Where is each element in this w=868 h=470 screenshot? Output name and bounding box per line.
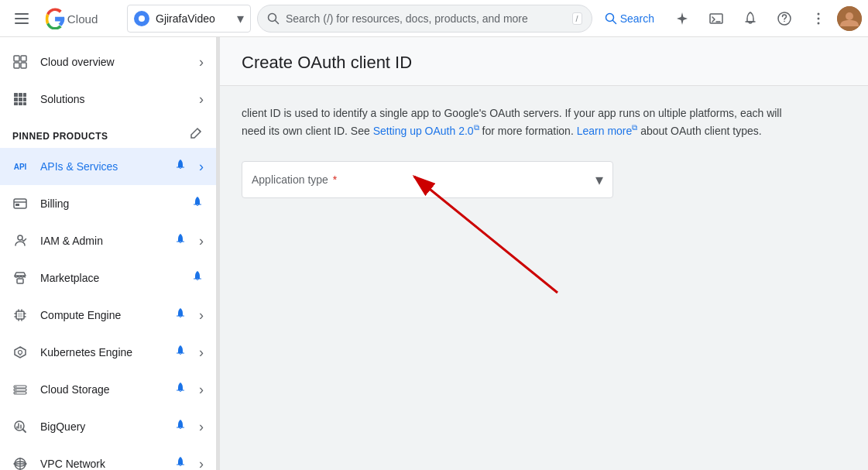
pinned-edit-icon[interactable] — [190, 127, 204, 145]
solutions-icon — [12, 91, 28, 107]
pinned-products-header: Pinned products — [0, 118, 216, 148]
pinned-products-title: Pinned products — [12, 131, 108, 142]
svg-rect-18 — [14, 56, 19, 61]
cloud-overview-icon — [12, 54, 28, 70]
bell-filled-icon — [174, 159, 187, 171]
svg-rect-21 — [21, 63, 26, 68]
svg-rect-22 — [14, 93, 18, 97]
application-type-label: Application type * — [252, 173, 595, 186]
billing-icon — [12, 196, 28, 211]
svg-rect-24 — [23, 93, 26, 97]
search-bar[interactable]: Search (/) for resources, docs, products… — [257, 5, 592, 33]
svg-rect-29 — [19, 102, 22, 105]
sidebar: Cloud overview › Solutions › — [0, 37, 217, 470]
terminal-button[interactable] — [701, 3, 732, 34]
content-body: client ID is used to identify a single a… — [217, 86, 868, 217]
solutions-chevron: › — [199, 91, 204, 108]
svg-point-12 — [784, 20, 785, 22]
dropdown-arrow-icon: ▾ — [595, 170, 603, 189]
svg-rect-19 — [21, 56, 26, 61]
project-color-dot — [134, 11, 149, 26]
sidebar-item-apis-services[interactable]: API APIs & Services › — [0, 148, 216, 185]
svg-rect-20 — [14, 63, 19, 68]
learn-more-link[interactable]: Learn more⧉ — [577, 125, 638, 137]
more-icon — [811, 11, 826, 26]
svg-rect-27 — [23, 98, 26, 101]
sidebar-item-billing[interactable]: Billing — [0, 185, 216, 222]
external-link-icon: ⧉ — [474, 123, 479, 132]
terminal-icon — [708, 11, 724, 26]
svg-text:Cloud: Cloud — [67, 12, 98, 25]
svg-rect-25 — [14, 98, 18, 101]
compute-engine-bell — [174, 307, 187, 323]
sidebar-item-iam-admin[interactable]: IAM & Admin › — [0, 222, 216, 259]
vpc-network-bell — [174, 456, 187, 470]
svg-point-17 — [846, 12, 853, 20]
sidebar-item-cloud-storage[interactable]: Cloud Storage › — [0, 371, 216, 408]
help-button[interactable] — [769, 3, 800, 34]
svg-point-36 — [18, 235, 22, 240]
bigquery-chevron: › — [199, 419, 204, 435]
search-shortcut: / — [572, 12, 582, 25]
svg-rect-41 — [18, 313, 22, 317]
spark-button[interactable] — [667, 3, 698, 34]
form-section: Application type * ▾ — [242, 161, 843, 198]
cloud-storage-icon — [12, 382, 28, 397]
bigquery-label: BigQuery — [40, 420, 162, 433]
sidebar-item-vpc-network[interactable]: VPC Network › — [0, 445, 216, 470]
svg-rect-38 — [17, 279, 23, 283]
apis-services-bell — [174, 159, 187, 174]
project-name: GjirafaVideo — [156, 12, 231, 25]
svg-rect-1 — [15, 18, 29, 19]
description-text-part2: for more formation. — [479, 125, 577, 137]
search-button-label: Search — [620, 12, 654, 25]
sidebar-item-marketplace[interactable]: Marketplace — [0, 259, 216, 297]
svg-point-14 — [818, 17, 820, 19]
marketplace-label: Marketplace — [40, 272, 179, 284]
menu-button[interactable] — [6, 3, 37, 34]
svg-point-58 — [15, 386, 17, 388]
notifications-button[interactable] — [735, 3, 766, 34]
sidebar-item-compute-engine[interactable]: Compute Engine › — [0, 297, 216, 334]
svg-point-51 — [19, 351, 22, 355]
svg-rect-34 — [15, 204, 19, 206]
cloud-storage-chevron: › — [199, 382, 204, 398]
svg-rect-2 — [15, 22, 29, 24]
compute-engine-chevron: › — [199, 307, 204, 324]
iam-bell — [174, 233, 187, 249]
svg-point-13 — [818, 12, 820, 15]
setup-oauth-link[interactable]: Setting up OAuth 2.0⧉ — [373, 125, 479, 137]
cloud-overview-chevron: › — [199, 54, 204, 70]
sidebar-item-kubernetes-engine[interactable]: Kubernetes Engine › — [0, 334, 216, 371]
search-button[interactable]: Search — [599, 12, 660, 25]
solutions-label: Solutions — [40, 93, 187, 105]
cloud-storage-label: Cloud Storage — [40, 383, 162, 396]
svg-rect-23 — [19, 93, 22, 97]
sidebar-item-solutions[interactable]: Solutions › — [0, 81, 216, 118]
marketplace-bell — [191, 270, 204, 286]
kubernetes-chevron: › — [199, 345, 204, 361]
apis-services-label: APIs & Services — [40, 160, 162, 173]
marketplace-icon — [12, 270, 28, 286]
application-type-dropdown[interactable]: Application type * ▾ — [242, 161, 613, 198]
svg-rect-26 — [19, 98, 22, 101]
kubernetes-label: Kubernetes Engine — [40, 346, 162, 359]
description-paragraph: client ID is used to identify a single a… — [242, 105, 784, 139]
project-selector[interactable]: GjirafaVideo ▾ — [127, 5, 251, 33]
iam-chevron: › — [199, 233, 204, 249]
svg-point-60 — [15, 393, 17, 394]
sidebar-item-cloud-overview[interactable]: Cloud overview › — [0, 43, 216, 81]
iam-icon — [12, 233, 28, 249]
user-avatar[interactable] — [837, 6, 862, 31]
google-cloud-logo: Cloud — [43, 8, 115, 29]
sidebar-item-bigquery[interactable]: BigQuery › — [0, 408, 216, 445]
svg-rect-32 — [14, 199, 26, 208]
more-options-button[interactable] — [803, 3, 834, 34]
svg-rect-30 — [23, 102, 26, 105]
billing-label: Billing — [40, 197, 179, 210]
kubernetes-bell — [174, 345, 187, 360]
search-button-icon — [605, 12, 617, 25]
help-icon — [777, 11, 792, 26]
description-text-part3: about OAuth client types. — [637, 125, 761, 137]
bell-icon — [743, 11, 758, 26]
